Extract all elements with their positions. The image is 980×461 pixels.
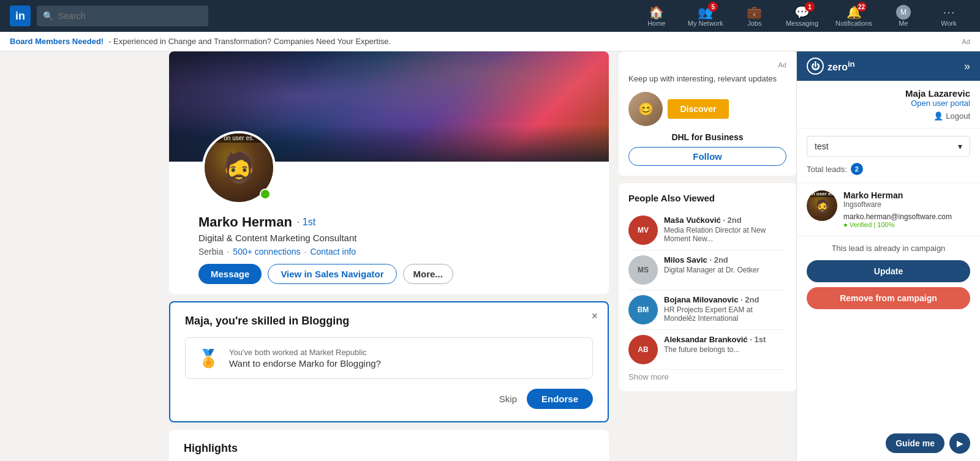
nav-item-work-label: Work (941, 20, 956, 27)
logout-icon: 👤 (933, 111, 943, 121)
message-button[interactable]: Message (198, 264, 262, 284)
av-item-0[interactable]: MV Maša Vučković · 2nd Media Relation Di… (628, 211, 786, 250)
lead-verified: ● Verified | 100% (843, 221, 970, 228)
endorse-award-icon: 🏅 (198, 348, 219, 369)
main-content: 🧔 on user es. Marko Herman · 1st Digital… (0, 51, 980, 461)
remove-from-campaign-button[interactable]: Remove from campaign (807, 287, 970, 309)
av-info-1: Milos Savic · 2nd Digital Manager at Dr.… (664, 255, 759, 274)
guide-me-button[interactable]: Guide me (886, 433, 944, 453)
search-icon: 🔍 (43, 11, 53, 21)
campaign-select[interactable]: test ▾ (807, 136, 970, 157)
people-also-viewed-card: People Also Viewed MV Maša Vučković · 2n… (619, 183, 796, 391)
home-icon: 🏠 (649, 5, 664, 20)
contact-info-link[interactable]: Contact info (310, 247, 356, 257)
search-input[interactable] (58, 11, 202, 21)
lead-info: Marko Herman Ingsoftware marko.herman@in… (843, 190, 970, 228)
av-avatar-1: MS (628, 255, 658, 285)
profile-name: Marko Herman · 1st Digital & Content Mar… (198, 214, 356, 257)
endorse-text: You've both worked at Market Republic Wa… (229, 348, 381, 369)
search-box[interactable]: 🔍 (37, 6, 208, 26)
profile-area: 🧔 on user es. Marko Herman · 1st Digital… (159, 51, 619, 461)
ad-banner-link[interactable]: Board Members Needed! (10, 37, 104, 46)
nav-item-jobs[interactable]: 💼 Jobs (733, 2, 776, 29)
panel-user-name: Maja Lazarevic (807, 88, 970, 99)
profile-card: 🧔 on user es. Marko Herman · 1st Digital… (169, 51, 609, 294)
endorse-button[interactable]: Endorse (527, 389, 593, 409)
profile-info: Marko Herman · 1st Digital & Content Mar… (184, 204, 594, 294)
av-item-2[interactable]: BM Bojana Milovanovic · 2nd HR Projects … (628, 290, 786, 330)
av-title-2: HR Projects Expert EAM at Mondelēz Inter… (664, 305, 786, 323)
skip-button[interactable]: Skip (499, 394, 517, 404)
zeroin-logo: ⏻ zeroin (807, 58, 855, 75)
online-indicator (260, 189, 271, 200)
follow-button[interactable]: Follow (628, 147, 786, 166)
ad-label: Ad (962, 38, 970, 45)
profile-name-row: Marko Herman · 1st Digital & Content Mar… (198, 214, 579, 257)
guide-me-row: Guide me ▶ (797, 425, 980, 461)
suggestion-person-avatar: 😊 (628, 92, 663, 126)
open-user-portal-link[interactable]: Open user portal (807, 99, 970, 108)
av-avatar-0: MV (628, 216, 658, 245)
ad-banner: Board Members Needed! - Experienced in C… (0, 32, 980, 51)
av-avatar-2: BM (628, 295, 658, 324)
linkedin-logo[interactable]: in (10, 6, 31, 26)
av-info-0: Maša Vučković · 2nd Media Relation Direc… (664, 216, 786, 243)
verified-dot: ● (843, 221, 848, 228)
lead-name: Marko Herman (843, 190, 970, 200)
avatar-watermark: on user es. (205, 133, 273, 143)
av-info-2: Bojana Milovanovic · 2nd HR Projects Exp… (664, 295, 786, 323)
suggestion-ad-label: Ad (628, 61, 786, 69)
suggestion-company: DHL for Business (628, 132, 786, 142)
nav-items: 🏠 Home 👥5 My Network 💼 Jobs 💬1 Messaging… (635, 2, 970, 29)
campaign-dropdown-icon: ▾ (958, 141, 962, 151)
av-item-1[interactable]: MS Milos Savic · 2nd Digital Manager at … (628, 250, 786, 290)
messaging-badge: 1 (805, 2, 815, 12)
network-icon: 👥5 (698, 5, 713, 20)
play-button[interactable]: ▶ (949, 433, 970, 454)
lead-company: Ingsoftware (843, 200, 970, 209)
left-space (0, 51, 159, 461)
nav-item-me[interactable]: M Me (882, 2, 925, 29)
update-button[interactable]: Update (807, 260, 970, 282)
lead-avatar-watermark: on user es. (807, 190, 837, 197)
av-name-3: Aleksandar Branković · 1st (664, 335, 766, 344)
me-avatar: M (896, 5, 911, 20)
already-in-campaign-text: This lead is already in campaign (797, 236, 980, 260)
total-leads: Total leads: 2 (807, 163, 970, 175)
show-more-link[interactable]: Show more (628, 372, 786, 381)
endorse-main-text: Want to endorse Marko for Blogging? (229, 358, 381, 369)
nav-item-my-network[interactable]: 👥5 My Network (680, 2, 731, 29)
more-button[interactable]: More... (403, 264, 453, 284)
nav-item-messaging[interactable]: 💬1 Messaging (778, 2, 826, 29)
nav-item-messaging-label: Messaging (786, 20, 818, 27)
linkedin-navbar: in 🔍 🏠 Home 👥5 My Network 💼 Jobs 💬1 Mess… (0, 0, 980, 32)
profile-title: Digital & Content Marketing Consultant (198, 233, 356, 243)
connections-link[interactable]: 500+ connections (233, 247, 300, 257)
lead-email: marko.herman@ingsoftware.com (843, 212, 970, 221)
view-sales-navigator-button[interactable]: View in Sales Navigator (268, 264, 396, 284)
av-info-3: Aleksandar Branković · 1st The future be… (664, 335, 766, 354)
endorsement-close-button[interactable]: × (591, 310, 598, 323)
endorsement-content: 🏅 You've both worked at Market Republic … (185, 337, 593, 379)
nav-item-jobs-label: Jobs (747, 20, 761, 27)
av-item-3[interactable]: AB Aleksandar Branković · 1st The future… (628, 330, 786, 370)
endorsement-actions: Skip Endorse (185, 389, 593, 409)
lead-card: 🧔 on user es. Marko Herman Ingsoftware m… (797, 183, 980, 236)
av-name-0: Maša Vučković · 2nd (664, 216, 786, 225)
campaign-section: test ▾ Total leads: 2 (797, 129, 980, 183)
suggestion-images: 😊 Discover (628, 92, 786, 126)
logout-button[interactable]: 👤 Logout (807, 111, 970, 121)
av-title-0: Media Relation Director at New Moment Ne… (664, 226, 786, 243)
nav-item-work[interactable]: ⋯ Work (927, 2, 970, 29)
nav-item-home[interactable]: 🏠 Home (635, 2, 678, 29)
zeroin-panel: ⏻ zeroin » Maja Lazarevic Open user port… (796, 51, 980, 461)
notifications-badge: 22 (857, 2, 867, 12)
panel-user-section: Maja Lazarevic Open user portal 👤 Logout (797, 81, 980, 129)
nav-item-notifications[interactable]: 🔔22 Notifications (828, 2, 880, 29)
zeroin-expand-button[interactable]: » (964, 60, 970, 73)
suggestion-card: Ad Keep up with interesting, relevant up… (619, 51, 796, 176)
av-title-3: The future belongs to... (664, 345, 766, 354)
nav-item-home-label: Home (647, 20, 665, 27)
jobs-icon: 💼 (747, 5, 762, 20)
discover-button[interactable]: Discover (668, 99, 729, 119)
